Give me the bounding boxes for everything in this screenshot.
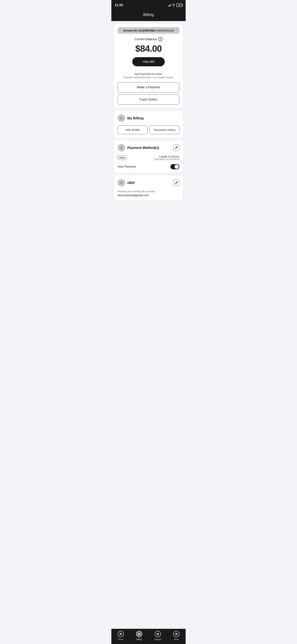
status-icons: 46 (168, 4, 182, 7)
account-id-extra: 098765432109 (156, 29, 174, 32)
ebill-edit-button[interactable] (173, 180, 180, 186)
wifi-icon (172, 4, 175, 6)
my-billing-header: My Billing (118, 114, 180, 122)
nav-item-support[interactable]: Support (152, 631, 164, 640)
account-id-value: 012345678901 (138, 29, 156, 32)
nav-item-more[interactable]: More (170, 631, 182, 640)
payment-method-header-left: Payment Method(s) (118, 144, 159, 152)
help-icon[interactable]: ? (158, 37, 162, 41)
payment-method-edit-button[interactable] (173, 144, 180, 151)
home-nav-label: Home (118, 638, 124, 640)
auto-pay-toggle[interactable] (170, 164, 180, 169)
balance-section: Current Balance ? $84.00 View Bill Auto … (118, 37, 180, 79)
battery-level: 46 (178, 4, 180, 6)
visa-badge: VISA (118, 156, 126, 160)
page-header: Billing (112, 10, 186, 21)
payment-method-icon (118, 144, 125, 152)
more-nav-label: More (174, 638, 179, 640)
page-title: Billing (112, 12, 186, 17)
ebill-header-left: eBill (118, 179, 134, 186)
billing-nav-icon (136, 631, 142, 637)
more-nav-icon (173, 631, 180, 637)
account-id-label: Account ID: (123, 29, 138, 32)
my-billing-card: My Billing View all Bills Transaction Hi… (114, 111, 183, 138)
battery-icon: 46 (176, 4, 182, 7)
make-payment-button[interactable]: Make a Payment (118, 82, 180, 92)
main-content: Account ID: 012345678901 098765432109 Cu… (112, 21, 186, 644)
ebill-header-row: eBill (118, 179, 180, 186)
support-nav-label: Support (154, 638, 162, 640)
auto-pay-label: Auto Payment (118, 165, 136, 168)
nav-item-billing[interactable]: Billing (133, 631, 145, 640)
my-billing-icon (118, 114, 125, 122)
view-all-bills-button[interactable]: View all Bills (118, 126, 148, 134)
payment-method-title: Payment Method(s) (127, 146, 159, 150)
nav-item-home[interactable]: Home (115, 631, 127, 640)
status-bar: 21:55 46 (112, 0, 186, 10)
loyalty-info: Loyalty Customer 1234-43XX-XXXX-5678 (154, 155, 180, 161)
signal-icon (168, 4, 171, 6)
balance-amount: $84.00 (118, 43, 180, 54)
view-bill-button[interactable]: View Bill (132, 57, 165, 66)
auto-pay-sub-text: Payment withdrawal date is 1st of each m… (118, 76, 180, 79)
card-number: 1234-43XX-XXXX-5678 (154, 158, 180, 161)
home-nav-icon (118, 631, 124, 637)
transaction-history-button[interactable]: Transaction History (150, 126, 180, 134)
ebill-title: eBill (127, 181, 134, 185)
auto-pay-active-text: Auto Payments are active. (118, 72, 180, 75)
account-balance-card: Account ID: 012345678901 098765432109 Cu… (114, 24, 183, 108)
loyalty-label: Loyalty Customer (154, 155, 180, 158)
balance-label: Current Balance ? (118, 37, 180, 41)
ebill-email: iamcustomer@gmail.com (118, 194, 180, 197)
billing-nav-label: Billing (136, 638, 142, 640)
ebill-description: Receive your monthly bill via email. (118, 190, 180, 193)
ebill-card: eBill Receive your monthly bill via emai… (114, 176, 183, 200)
auto-pay-row: Auto Payment (118, 164, 180, 169)
my-billing-title: My Billing (127, 116, 144, 120)
billing-actions: View all Bills Transaction History (118, 126, 180, 134)
status-time: 21:55 (115, 4, 123, 7)
account-id-banner: Account ID: 012345678901 098765432109 (118, 27, 180, 34)
payment-method-row: VISA Loyalty Customer 1234-43XX-XXXX-567… (118, 155, 180, 161)
track-orders-button[interactable]: Track Orders (118, 94, 180, 105)
payment-method-card: Payment Method(s) VISA Loyalty Customer … (114, 140, 183, 173)
payment-method-header-row: Payment Method(s) (118, 144, 180, 152)
support-nav-icon (155, 631, 161, 637)
bottom-nav: Home Billing Support More (112, 629, 186, 644)
ebill-icon (118, 179, 125, 186)
